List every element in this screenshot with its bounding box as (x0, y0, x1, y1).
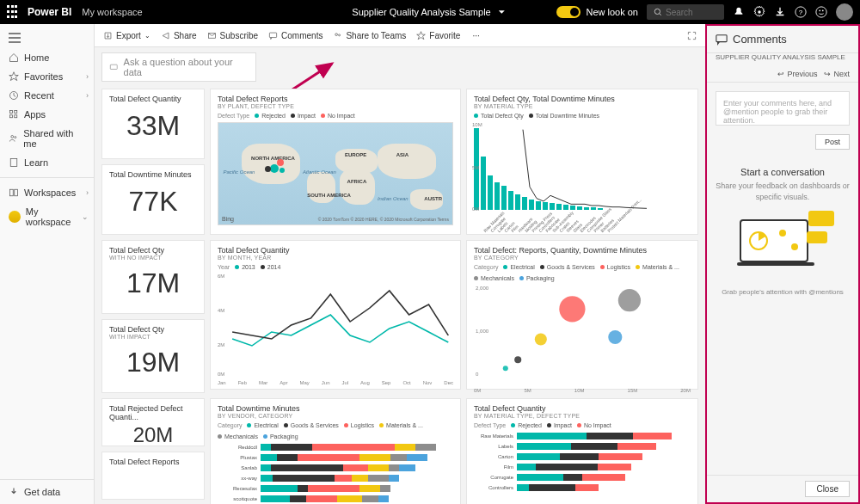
svg-point-30 (503, 366, 508, 372)
stacked-bar-chart: Raw MaterialsLabelsCartonFilmCorrugateCo… (474, 432, 691, 492)
svg-point-25 (618, 290, 641, 312)
star-icon (416, 31, 426, 40)
nav-learn[interactable]: Learn (0, 153, 94, 172)
chevron-right-icon: › (86, 91, 89, 100)
nav-shared[interactable]: Shared with me (0, 124, 94, 153)
bar-chart: 10M5M0M Raw MaterialsCorrugateLabelsCart… (474, 124, 691, 210)
bell-icon[interactable] (733, 6, 745, 18)
gear-icon[interactable] (753, 6, 765, 18)
svg-rect-31 (716, 34, 727, 41)
svg-rect-15 (10, 189, 14, 196)
empty-illustration (731, 211, 834, 271)
tile-rejected-qty[interactable]: Total Rejected Defect Quanti... 20M (101, 398, 205, 446)
left-nav: Home Favorites› Recent› Apps Shared with… (0, 24, 95, 504)
post-button[interactable]: Post (815, 134, 850, 150)
brand: Power BI (28, 6, 71, 18)
help-icon[interactable]: ? (795, 6, 807, 18)
apps-icon (9, 109, 19, 120)
search-input[interactable] (666, 8, 717, 17)
svg-point-12 (11, 135, 14, 138)
svg-rect-18 (269, 33, 276, 38)
share-icon (161, 31, 170, 40)
new-look-label: New look on (586, 7, 638, 17)
qa-input[interactable]: Ask a question about your data (101, 52, 256, 82)
nav-workspaces[interactable]: Workspaces› (0, 183, 94, 202)
get-data-icon (9, 487, 19, 497)
workspace-icon (9, 211, 21, 223)
svg-text:?: ? (799, 9, 803, 16)
tile-total-defect-qty[interactable]: Total Defect Quantity 33M (101, 89, 205, 159)
nav-favorites[interactable]: Favorites› (0, 67, 94, 86)
tile-defect-reports[interactable]: Total Defect Reports (101, 452, 205, 500)
qa-icon (109, 63, 119, 72)
previous-button[interactable]: ↩ Previous (777, 70, 817, 78)
scatter-chart: 01,0002,000 (474, 281, 691, 384)
chevron-down-icon (496, 6, 508, 18)
svg-point-13 (15, 137, 16, 138)
comment-icon (716, 34, 728, 46)
expand-button[interactable] (687, 31, 697, 40)
content: Export⌄ Share Subscribe Comments Share t… (95, 24, 705, 504)
nav-recent[interactable]: Recent› (0, 86, 94, 105)
smile-icon[interactable] (815, 6, 827, 18)
comments-button[interactable]: Comments (268, 31, 322, 40)
favorite-button[interactable]: Favorite (416, 31, 460, 40)
nav-get-data[interactable]: Get data (0, 479, 94, 504)
tile-scatter[interactable]: Total Defect: Reports, Quantity, Downtim… (466, 240, 698, 390)
search-box[interactable] (647, 4, 724, 20)
tile-defect-by-material[interactable]: Total Defect Qty, Total Downtime Minutes… (466, 89, 698, 235)
world-map: NORTH AMERICA EUROPE ASIA AFRICA SOUTH A… (218, 122, 453, 225)
new-look-toggle[interactable]: New look on (556, 6, 638, 18)
home-icon (9, 52, 19, 63)
line-chart: 6M4M2M0M JanFebMarAprMayJunJulAugSepOctN… (218, 274, 453, 377)
download-icon[interactable] (774, 6, 786, 18)
book-icon (9, 157, 19, 168)
nav-my-workspace[interactable]: My workspace⌄ (0, 202, 94, 231)
svg-rect-10 (10, 115, 13, 118)
tile-defect-impact[interactable]: Total Defect Qty WITH IMPACT 19M (101, 319, 205, 393)
teams-button[interactable]: Share to Teams (333, 31, 406, 40)
subscribe-button[interactable]: Subscribe (207, 31, 258, 40)
workspace-breadcrumb[interactable]: My workspace (82, 7, 142, 17)
share-button[interactable]: Share (161, 31, 197, 40)
close-button[interactable]: Close (805, 481, 850, 497)
export-icon (103, 31, 113, 40)
people-icon (9, 133, 18, 144)
svg-point-4 (816, 7, 826, 17)
nav-home[interactable]: Home (0, 48, 94, 67)
next-button[interactable]: ↪ Next (824, 70, 850, 78)
svg-point-20 (339, 34, 341, 36)
tile-map[interactable]: Total Defect Reports BY PLANT, DEFECT TY… (210, 89, 461, 235)
toggle-switch-icon (556, 6, 580, 18)
app-launcher-icon[interactable] (7, 5, 21, 19)
svg-text:0: 0 (476, 372, 479, 378)
nav-apps[interactable]: Apps (0, 105, 94, 124)
export-button[interactable]: Export⌄ (103, 31, 150, 40)
svg-rect-14 (10, 159, 17, 167)
more-button[interactable]: ··· (472, 31, 479, 40)
chevron-right-icon: › (86, 72, 89, 81)
report-title: Supplier Quality Analysis Sample (352, 7, 490, 17)
report-title-dropdown[interactable]: Supplier Quality Analysis Sample (352, 6, 507, 18)
tile-defect-material-type[interactable]: Total Defect Quantity BY MATERIAL TYPE, … (466, 398, 698, 504)
empty-title: Start a conversation (716, 167, 850, 177)
map-legend: Defect Type Rejected Impact No Impact (218, 113, 453, 119)
svg-rect-8 (10, 111, 13, 114)
avatar[interactable] (836, 3, 853, 21)
tile-total-downtime-min[interactable]: Total Downtime Minutes 77K (101, 164, 205, 235)
tile-defect-by-month[interactable]: Total Defect Quantity BY MONTH, YEAR Yea… (210, 240, 461, 390)
comment-input[interactable]: Enter your comments here, and @mention p… (716, 91, 850, 126)
svg-text:1,000: 1,000 (476, 329, 489, 334)
svg-point-33 (779, 230, 786, 237)
svg-point-34 (791, 243, 798, 250)
workspaces-icon (9, 187, 19, 198)
svg-text:2,000: 2,000 (476, 286, 489, 291)
tile-downtime-vendor[interactable]: Total Downtime Minutes BY VENDOR, CATEGO… (210, 398, 461, 504)
tile-defect-no-impact[interactable]: Total Defect Qty WITH NO IMPACT 17M (101, 240, 205, 314)
stacked-bar-chart: ReddcdlPlustaxSanlabxx-wayRecesolaxscott… (218, 443, 453, 503)
hamburger-icon[interactable] (0, 29, 94, 48)
chevron-down-icon: ⌄ (82, 212, 89, 221)
empty-subtitle: Share your feedback on dashboards or spe… (716, 181, 850, 202)
comments-title: Comments (733, 33, 787, 46)
svg-point-27 (608, 330, 622, 344)
